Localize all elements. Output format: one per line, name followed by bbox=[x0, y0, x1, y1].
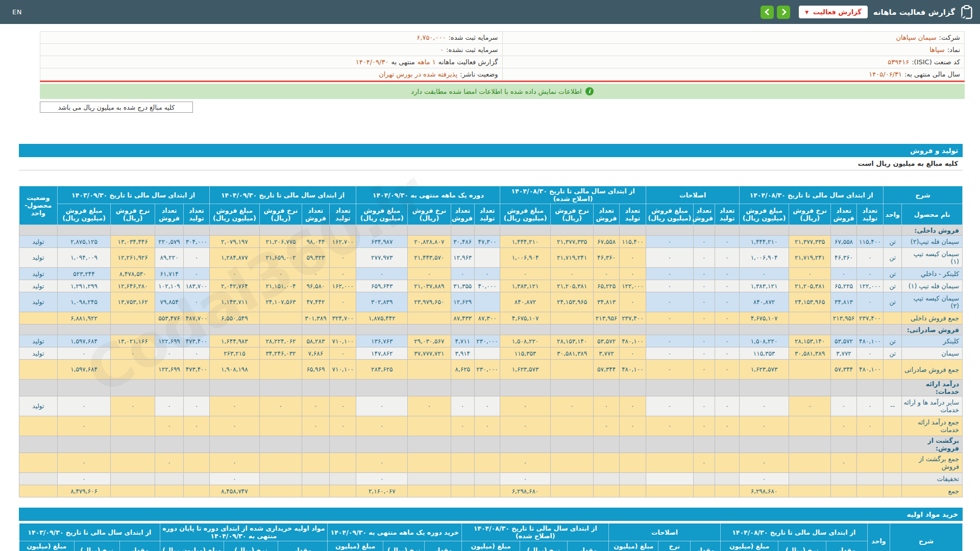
info-row: نماد:سپاها سرمایه ثبت نشده:۰ bbox=[40, 44, 965, 56]
table-cell bbox=[474, 324, 500, 335]
table-cell bbox=[356, 225, 408, 236]
table-cell: ۰ bbox=[184, 347, 209, 360]
table-cell: ۰ bbox=[619, 416, 646, 436]
table-cell: ۶۷,۵۵۸ bbox=[594, 236, 619, 248]
info-label: سال مالی منتهی به: bbox=[904, 70, 960, 78]
table-cell bbox=[856, 473, 883, 485]
table-cell bbox=[789, 360, 831, 380]
table-cell bbox=[209, 324, 260, 335]
table-cell bbox=[693, 380, 715, 396]
table-cell bbox=[260, 453, 302, 473]
table-cell: ۰ bbox=[619, 347, 646, 360]
column-header: واحد bbox=[867, 523, 890, 551]
table-cell: ۴۸۰,۱۰۰ bbox=[619, 335, 646, 347]
status-cell: تولید bbox=[19, 236, 58, 248]
table-cell bbox=[715, 473, 739, 485]
status-cell: تولید bbox=[19, 335, 58, 347]
table-cell: ۱,۲۸۴,۸۷۷ bbox=[209, 248, 260, 268]
column-header: از ابتدای سال مالی تا تاریخ ۱۴۰۴/۰۹/۳۰ bbox=[209, 186, 356, 204]
table-cell: ۴,۶۷۵,۱۰۷ bbox=[500, 312, 551, 324]
table-cell bbox=[594, 225, 619, 236]
table-cell bbox=[550, 324, 594, 335]
table-cell: ۲۱,۴۴۳,۵۷۰ bbox=[408, 248, 451, 268]
table-cell: ۰ bbox=[500, 268, 551, 280]
column-header: دوره یک ماهه منتهی به ۱۴۰۴/۰۹/۳۰ bbox=[356, 186, 500, 204]
table-cell bbox=[646, 453, 694, 473]
table-cell: ۸۹,۲۲۰ bbox=[155, 248, 183, 268]
table-cell: ۰ bbox=[209, 473, 260, 485]
table-cell bbox=[693, 324, 715, 335]
table-cell: ۱۲,۶۲۹ bbox=[451, 292, 474, 312]
table-cell: ۰ bbox=[184, 396, 209, 416]
table-cell: ۱,۴۴۴,۲۱۰ bbox=[740, 236, 789, 248]
table-cell bbox=[594, 380, 619, 396]
column-header: مبلغ فروش (میلیون ریال) bbox=[646, 204, 694, 225]
table-cell: ۰ bbox=[594, 396, 619, 416]
table-cell bbox=[550, 360, 594, 380]
table-cell bbox=[184, 324, 209, 335]
table-cell: ۳۴,۸۱۳ bbox=[594, 292, 619, 312]
table-cell: ۰ bbox=[715, 396, 739, 416]
table-cell bbox=[451, 436, 474, 453]
table-cell: ۴۸۰,۱۰۰ bbox=[856, 360, 883, 380]
column-header: مبلغ فروش (میلیون ریال) bbox=[356, 204, 408, 225]
chevron-down-icon: ▼ bbox=[805, 10, 808, 15]
table-cell bbox=[111, 225, 155, 236]
table-cell bbox=[474, 473, 500, 485]
table-cell bbox=[550, 225, 594, 236]
table-cell: ۱۲۲,۰۰۰ bbox=[856, 280, 883, 292]
chevron-left-icon bbox=[765, 8, 770, 16]
report-type-dropdown[interactable]: گزارش فعالیت ▼ bbox=[799, 6, 868, 18]
table-cell: ۰ bbox=[155, 396, 183, 416]
table-cell bbox=[111, 453, 155, 473]
section-title-purchase: خرید مواد اولیه bbox=[19, 508, 963, 521]
column-header: مبلغ (میلیون ریال) bbox=[462, 541, 520, 551]
table-cell bbox=[451, 453, 474, 473]
row-label: جمع فروش داخلی bbox=[902, 312, 963, 324]
table-cell bbox=[302, 485, 329, 497]
table-cell bbox=[111, 485, 155, 497]
production-sales-table: شرحاز ابتدای سال مالی تا تاریخ ۱۴۰۴/۰۸/۳… bbox=[19, 186, 963, 497]
column-header: اصلاحات bbox=[646, 186, 740, 204]
column-header: تعداد تولید bbox=[619, 204, 646, 225]
column-header: نام محصول bbox=[902, 204, 963, 225]
column-header: تعداد فروش bbox=[693, 204, 715, 225]
table-cell: ۰ bbox=[155, 453, 183, 473]
table-cell: ۶۵,۲۲۵ bbox=[831, 280, 856, 292]
info-icon: i bbox=[585, 87, 594, 95]
table-cell: ۰ bbox=[715, 335, 739, 347]
row-label: تخفیفات bbox=[902, 473, 963, 485]
row-label: جمع برگشت از فروش bbox=[902, 453, 963, 473]
unit-cell: تن bbox=[884, 347, 902, 360]
table-cell: ۱۲۲,۰۰۰ bbox=[619, 280, 646, 292]
column-header: نرخ (ریال) bbox=[658, 541, 691, 551]
table-cell bbox=[356, 436, 408, 453]
table-cell bbox=[57, 436, 111, 453]
table-cell: ۲,۸۷۵,۱۲۵ bbox=[57, 236, 111, 248]
nav-back-button[interactable] bbox=[761, 6, 774, 19]
table-cell: ۱۱۵,۴۰۰ bbox=[619, 236, 646, 248]
language-toggle[interactable]: EN bbox=[12, 8, 22, 16]
table-cell: ۳۰۴,۰۰۰ bbox=[184, 236, 209, 248]
nav-forward-button[interactable] bbox=[777, 6, 790, 19]
table-cell bbox=[451, 473, 474, 485]
status-cell bbox=[19, 453, 58, 473]
column-header: مبلغ فروش (میلیون ریال) bbox=[740, 204, 789, 225]
table-cell bbox=[330, 485, 356, 497]
table-cell: ۱,۸۷۵,۴۴۲ bbox=[356, 312, 408, 324]
table-cell bbox=[260, 473, 302, 485]
status-cell: تولید bbox=[19, 248, 58, 268]
column-header: از ابتدای سال مالی تا تاریخ ۱۴۰۴/۰۸/۳۰ (… bbox=[462, 523, 609, 541]
table-cell: ۰ bbox=[184, 416, 209, 436]
row-label: کلینکر bbox=[902, 335, 963, 347]
table-cell bbox=[260, 225, 302, 236]
table-cell bbox=[856, 225, 883, 236]
unit-cell bbox=[884, 416, 902, 436]
table-cell: ۸۴۰,۸۷۲ bbox=[500, 292, 551, 312]
table-cell bbox=[715, 324, 739, 335]
table-cell bbox=[474, 347, 500, 360]
table-cell: ۴۸۷,۷۰۰ bbox=[184, 312, 209, 324]
table-cell: ۱,۳۸۳,۱۲۱ bbox=[740, 280, 789, 292]
table-cell bbox=[789, 416, 831, 436]
table-cell bbox=[19, 324, 58, 335]
